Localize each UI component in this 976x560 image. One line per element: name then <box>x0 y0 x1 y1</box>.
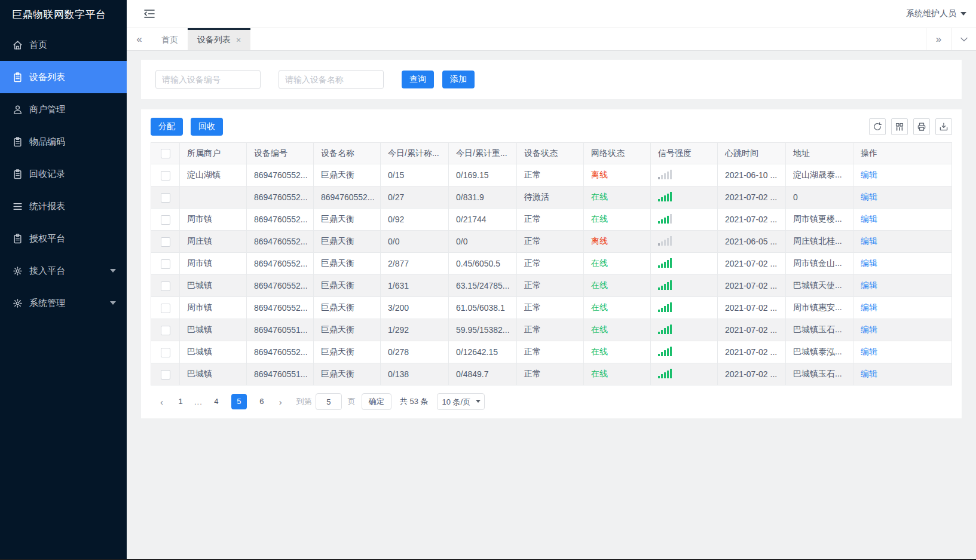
sidebar-item-label: 系统管理 <box>29 298 65 309</box>
sidebar-item-label: 授权平台 <box>29 233 65 244</box>
cell-network-status-text: 离线 <box>591 170 608 179</box>
cell-signal <box>651 209 718 231</box>
edit-link[interactable]: 编辑 <box>861 302 877 312</box>
row-checkbox[interactable] <box>161 281 170 291</box>
sidebar-item-3[interactable]: 物品编码 <box>0 126 127 158</box>
cell-signal <box>651 319 718 341</box>
cell-action: 编辑 <box>853 363 952 385</box>
row-checkbox[interactable] <box>161 259 170 269</box>
goto-confirm-button[interactable]: 确定 <box>362 393 391 410</box>
cell-today-weight-text: 0/831.9 <box>456 192 484 202</box>
cell-merchant: 巴城镇 <box>180 363 247 385</box>
signal-strength-icon <box>658 170 672 179</box>
edit-link[interactable]: 编辑 <box>861 325 877 334</box>
sidebar-item-1[interactable]: 设备列表 <box>0 61 127 93</box>
goto-page-input[interactable] <box>316 393 342 410</box>
scroll-tabs-left-button[interactable]: « <box>127 28 152 50</box>
prev-page-button[interactable]: ‹ <box>154 397 169 407</box>
cell-today-weight: 61.05/6038.1 <box>449 297 517 319</box>
next-page-button[interactable]: › <box>273 397 288 407</box>
device-name-input[interactable] <box>279 70 384 89</box>
column-header: 设备编号 <box>247 143 314 164</box>
scroll-tabs-right-button[interactable]: » <box>926 28 951 50</box>
row-checkbox[interactable] <box>161 304 170 313</box>
user-menu[interactable]: 系统维护人员 <box>906 8 966 19</box>
row-checkbox[interactable] <box>161 171 170 180</box>
sidebar-item-2[interactable]: 商户管理 <box>0 93 127 126</box>
edit-link[interactable]: 编辑 <box>861 236 877 246</box>
row-checkbox[interactable] <box>161 193 170 203</box>
export-button[interactable] <box>935 118 952 135</box>
table-toolbar: 分配 回收 <box>151 118 952 136</box>
page-number-1[interactable]: 1 <box>173 394 188 409</box>
edit-link[interactable]: 编辑 <box>861 192 877 201</box>
page-number-6[interactable]: 6 <box>254 394 270 409</box>
edit-link[interactable]: 编辑 <box>861 280 877 290</box>
cell-device-name: 8694760552... <box>314 186 381 209</box>
clipboard-icon <box>13 234 23 244</box>
select-all-checkbox[interactable] <box>161 149 170 158</box>
add-button[interactable]: 添加 <box>442 71 475 88</box>
row-checkbox[interactable] <box>161 326 170 335</box>
cell-address-text: 周庄镇北桂... <box>793 236 842 246</box>
refresh-button[interactable] <box>869 118 886 135</box>
printer-button[interactable] <box>913 118 930 135</box>
cell-device-no: 8694760552... <box>247 253 314 275</box>
sidebar-item-5[interactable]: 统计报表 <box>0 190 127 222</box>
sidebar-item-4[interactable]: 回收记录 <box>0 158 127 190</box>
cell-today-count-text: 3/200 <box>388 303 409 313</box>
collapse-sidebar-icon[interactable] <box>143 8 157 20</box>
recycle-button[interactable]: 回收 <box>191 118 223 136</box>
column-header: 所属商户 <box>180 143 247 164</box>
cell-device-name: 巨鼎天衡 <box>314 231 381 253</box>
sidebar-item-8[interactable]: 系统管理 <box>0 287 127 319</box>
row-checkbox[interactable] <box>161 370 170 380</box>
close-icon[interactable]: × <box>236 35 241 45</box>
edit-link[interactable]: 编辑 <box>861 214 877 224</box>
device-no-input[interactable] <box>155 70 261 89</box>
cell-address: 0 <box>786 186 853 209</box>
page-number-4[interactable]: 4 <box>209 394 224 409</box>
cell-device-status: 正常 <box>517 297 584 319</box>
edit-link[interactable]: 编辑 <box>861 258 877 268</box>
sidebar-item-label: 设备列表 <box>29 72 65 83</box>
cell-today-count-text: 1/631 <box>388 281 409 290</box>
edit-link[interactable]: 编辑 <box>861 347 877 356</box>
cell-signal <box>651 231 718 253</box>
query-button[interactable]: 查询 <box>402 71 434 88</box>
signal-strength-icon <box>658 347 672 356</box>
column-header: 心跳时间 <box>718 143 786 164</box>
page-number-5[interactable]: 5 <box>231 394 247 409</box>
edit-link[interactable]: 编辑 <box>861 369 877 378</box>
cell-heartbeat: 2021-06-10 ... <box>718 164 786 186</box>
tab-0[interactable]: 首页 <box>152 28 188 50</box>
signal-strength-icon <box>658 236 672 246</box>
cell-address: 巴城镇泰泓... <box>786 341 853 363</box>
table-row: 周庄镇8694760552...巨鼎天衡0/00/0正常离线2021-06-05… <box>151 231 952 253</box>
cell-address-text: 0 <box>793 192 798 202</box>
cell-action: 编辑 <box>853 297 952 319</box>
home-icon <box>13 40 23 50</box>
sidebar-item-7[interactable]: 接入平台 <box>0 255 127 287</box>
page-size-wrap: 10 条/页 <box>437 393 485 410</box>
cell-heartbeat: 2021-07-02 ... <box>718 253 786 275</box>
clipboard-icon <box>13 137 23 147</box>
tab-actions-dropdown[interactable] <box>951 28 976 50</box>
assign-button[interactable]: 分配 <box>151 118 183 136</box>
sidebar-item-0[interactable]: 首页 <box>0 29 127 61</box>
row-checkbox[interactable] <box>161 215 170 225</box>
cell-device-no-text: 8694760551... <box>254 325 308 335</box>
sidebar-item-6[interactable]: 授权平台 <box>0 222 127 255</box>
tab-1[interactable]: 设备列表× <box>188 28 250 50</box>
edit-link[interactable]: 编辑 <box>861 170 877 179</box>
cell-device-no: 8694760552... <box>247 231 314 253</box>
gear-icon <box>13 298 23 308</box>
cell-action: 编辑 <box>853 164 952 186</box>
cell-today-count-text: 0/0 <box>388 237 399 246</box>
page-size-select[interactable]: 10 条/页 <box>437 393 485 410</box>
select-all-header <box>151 143 180 164</box>
cell-network-status: 在线 <box>584 186 651 209</box>
row-checkbox[interactable] <box>161 237 170 247</box>
row-checkbox[interactable] <box>161 348 170 357</box>
columns-button[interactable] <box>891 118 908 135</box>
